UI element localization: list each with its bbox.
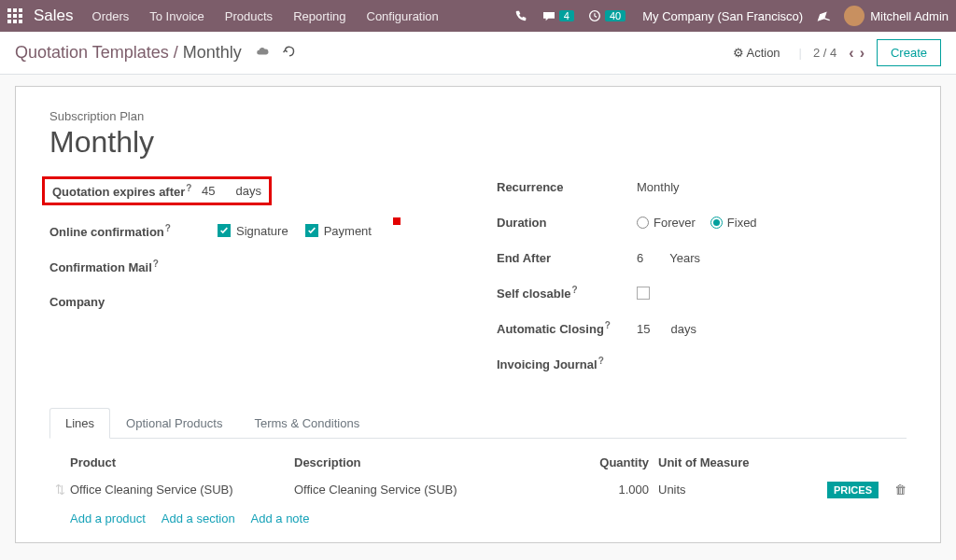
activities-badge: 40: [605, 10, 626, 21]
forever-label: Forever: [654, 216, 696, 230]
pager-next[interactable]: ›: [860, 45, 865, 62]
breadcrumb-current: Monthly: [183, 43, 242, 62]
expires-value[interactable]: 45: [202, 184, 215, 198]
signature-checkbox[interactable]: [218, 224, 231, 237]
recurrence-label: Recurrence: [497, 180, 637, 194]
col-quantity[interactable]: Quantity: [583, 455, 649, 469]
topbar: Sales Orders To Invoice Products Reporti…: [0, 0, 956, 32]
pager-prev[interactable]: ‹: [849, 45, 853, 62]
nav-products[interactable]: Products: [225, 9, 273, 23]
action-dropdown[interactable]: ⚙ Action: [733, 46, 780, 60]
fixed-radio[interactable]: [710, 217, 723, 229]
app-name[interactable]: Sales: [34, 7, 74, 25]
auto-closing-unit: days: [670, 322, 696, 336]
activities-icon[interactable]: 40: [587, 8, 626, 23]
recurrence-value[interactable]: Monthly: [637, 180, 680, 194]
lines-table: Product Description Quantity Unit of Mea…: [49, 439, 907, 533]
confirm-mail-label: Confirmation Mail: [49, 260, 152, 274]
help-icon[interactable]: ?: [165, 223, 171, 233]
undo-icon[interactable]: [283, 45, 296, 61]
end-after-label: End After: [497, 251, 637, 265]
expires-label: Quotation expires after: [52, 185, 185, 199]
expires-unit: days: [235, 184, 260, 198]
delete-row-icon[interactable]: 🗑: [879, 483, 907, 497]
breadcrumb-parent[interactable]: Quotation Templates: [15, 43, 169, 62]
marker-icon: [393, 217, 401, 225]
tabs: Lines Optional Products Terms & Conditio…: [49, 408, 907, 439]
end-after-unit[interactable]: Years: [669, 251, 700, 265]
row-product[interactable]: Office Cleaning Service (SUB): [70, 483, 294, 497]
nav-to-invoice[interactable]: To Invoice: [149, 9, 204, 23]
highlight-box: Quotation expires after? 45 days: [42, 176, 272, 205]
user-name: Mitchell Admin: [870, 9, 949, 23]
payment-checkbox[interactable]: [305, 224, 318, 237]
col-description[interactable]: Description: [294, 455, 583, 469]
create-button[interactable]: Create: [877, 39, 941, 66]
nav-orders[interactable]: Orders: [92, 9, 130, 23]
table-row[interactable]: ⇅ Office Cleaning Service (SUB) Office C…: [49, 475, 907, 504]
invoicing-journal-label: Invoicing Journal: [497, 358, 598, 372]
tab-optional-products[interactable]: Optional Products: [110, 408, 238, 439]
signature-label: Signature: [236, 224, 288, 238]
end-after-value[interactable]: 6: [637, 251, 643, 265]
phone-icon[interactable]: [513, 8, 528, 23]
add-product-link[interactable]: Add a product: [70, 511, 146, 525]
help-icon[interactable]: ?: [598, 356, 604, 366]
tab-lines[interactable]: Lines: [49, 408, 110, 439]
pager[interactable]: 2 / 4: [813, 46, 836, 60]
add-note-link[interactable]: Add a note: [251, 511, 310, 525]
breadcrumb: Quotation Templates / Monthly: [15, 43, 242, 63]
page-title[interactable]: Monthly: [49, 125, 907, 160]
drag-handle-icon[interactable]: ⇅: [49, 483, 70, 497]
help-icon[interactable]: ?: [153, 259, 159, 269]
auto-closing-value[interactable]: 15: [637, 322, 650, 336]
avatar: [844, 6, 865, 26]
form-sheet: Subscription Plan Monthly Quotation expi…: [15, 86, 941, 543]
user-menu[interactable]: Mitchell Admin: [844, 6, 949, 26]
help-icon[interactable]: ?: [571, 285, 577, 295]
help-icon[interactable]: ?: [605, 320, 611, 330]
company-switcher[interactable]: My Company (San Francisco): [642, 9, 803, 23]
tab-terms[interactable]: Terms & Conditions: [238, 408, 375, 439]
sheet-subtitle: Subscription Plan: [49, 109, 907, 123]
control-panel: Quotation Templates / Monthly ⚙ Action |…: [0, 32, 956, 75]
row-uom[interactable]: Units: [649, 483, 761, 497]
payment-label: Payment: [324, 224, 372, 238]
add-section-link[interactable]: Add a section: [162, 511, 235, 525]
col-product[interactable]: Product: [70, 455, 294, 469]
row-quantity[interactable]: 1.000: [583, 483, 649, 497]
company-label: Company: [49, 295, 218, 309]
duration-label: Duration: [497, 216, 637, 230]
row-description[interactable]: Office Cleaning Service (SUB): [294, 483, 583, 497]
online-confirm-label: Online confirmation: [49, 225, 164, 239]
nav-configuration[interactable]: Configuration: [367, 9, 439, 23]
help-icon[interactable]: ?: [186, 183, 191, 193]
prices-tag[interactable]: PRICES: [827, 482, 879, 498]
messages-icon[interactable]: 4: [541, 8, 574, 23]
forever-radio[interactable]: [637, 217, 649, 229]
self-closable-checkbox[interactable]: [637, 287, 650, 300]
debug-icon[interactable]: [816, 8, 831, 23]
apps-icon[interactable]: [7, 8, 22, 23]
cloud-icon[interactable]: [255, 45, 270, 61]
nav-reporting[interactable]: Reporting: [293, 9, 345, 23]
messages-badge: 4: [559, 10, 574, 21]
self-closable-label: Self closable: [497, 287, 570, 301]
fixed-label: Fixed: [727, 216, 757, 230]
auto-closing-label: Automatic Closing: [497, 323, 604, 337]
col-uom[interactable]: Unit of Measure: [649, 455, 761, 469]
